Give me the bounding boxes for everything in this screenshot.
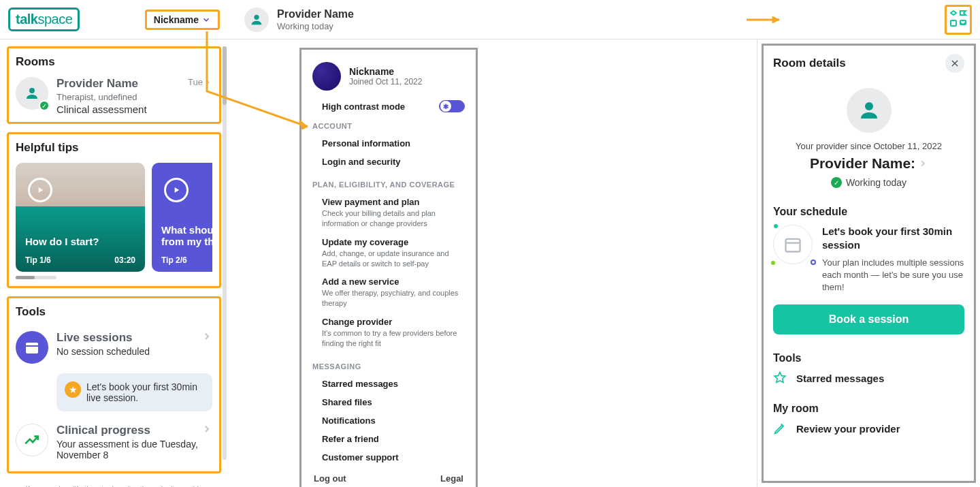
change-provider-item[interactable]: Change providerIt's common to try a few … bbox=[312, 313, 465, 353]
header-provider-name: Provider Name bbox=[277, 8, 354, 20]
login-security-item[interactable]: Login and security bbox=[312, 153, 465, 171]
star-outline-icon bbox=[773, 371, 787, 385]
sidebar: Rooms ✓ Provider Name Therapist, undefin… bbox=[0, 40, 228, 487]
person-icon bbox=[249, 12, 264, 27]
chevron-right-icon bbox=[203, 78, 212, 87]
update-coverage-item[interactable]: Update my coverageAdd, change, or update… bbox=[312, 233, 465, 273]
tip-card[interactable]: What should I expect from my thera... Ti… bbox=[152, 163, 212, 272]
sidebar-scrollbar[interactable] bbox=[223, 46, 227, 460]
person-icon bbox=[857, 98, 881, 123]
tip-card[interactable]: How do I start? Tip 1/6 03:20 bbox=[16, 163, 145, 272]
logout-link[interactable]: Log out bbox=[314, 473, 346, 484]
account-dropdown-panel: Nickname Joined Oct 11, 2022 High contra… bbox=[299, 48, 478, 487]
close-button[interactable] bbox=[945, 54, 964, 73]
pencil-icon bbox=[773, 422, 787, 435]
tips-scroll-indicator bbox=[16, 276, 56, 279]
high-contrast-toggle-row[interactable]: High contrast mode ✱ bbox=[322, 100, 465, 112]
provider-avatar bbox=[244, 7, 269, 32]
view-payment-plan-item[interactable]: View payment and planCheck your billing … bbox=[312, 193, 465, 233]
customer-support-item[interactable]: Customer support bbox=[312, 448, 465, 467]
svg-point-0 bbox=[254, 14, 259, 19]
online-badge: ✓ bbox=[39, 100, 50, 111]
toggle-switch[interactable]: ✱ bbox=[439, 100, 465, 112]
crisis-footer: If you are in a life threatening situati… bbox=[7, 482, 221, 487]
legal-link[interactable]: Legal bbox=[440, 473, 463, 484]
star-icon: ★ bbox=[65, 381, 81, 398]
room-avatar: ✓ bbox=[16, 77, 48, 110]
svg-rect-6 bbox=[786, 239, 800, 252]
starred-messages-item[interactable]: Starred messages bbox=[312, 375, 465, 393]
starred-messages-link[interactable]: Starred messages bbox=[773, 371, 964, 385]
main-area: Nickname Joined Oct 11, 2022 High contra… bbox=[228, 40, 757, 487]
top-bar: talkspace Nickname Provider Name Working… bbox=[0, 0, 980, 40]
chevron-right-icon bbox=[201, 331, 212, 342]
personal-information-item[interactable]: Personal information bbox=[312, 134, 465, 153]
notifications-item[interactable]: Notifications bbox=[312, 411, 465, 430]
header-provider-status: Working today bbox=[277, 21, 354, 31]
tools-section: Tools Live sessions No session scheduled… bbox=[7, 296, 221, 473]
person-icon bbox=[24, 85, 40, 101]
schedule-callout: Let's book your first 30min session Your… bbox=[773, 225, 964, 294]
book-session-button[interactable]: Book a session bbox=[773, 304, 964, 334]
helpful-tips-section: Helpful tips How do I start? Tip 1/6 03:… bbox=[7, 132, 221, 288]
rooms-section: Rooms ✓ Provider Name Therapist, undefin… bbox=[7, 46, 221, 124]
provider-name-link[interactable]: Provider Name: bbox=[773, 155, 964, 172]
provider-avatar-large bbox=[847, 88, 892, 133]
svg-rect-1 bbox=[951, 20, 956, 26]
room-details-panel: Room details Your provider since October… bbox=[757, 40, 980, 487]
play-icon bbox=[164, 178, 189, 202]
tools-title: Tools bbox=[16, 305, 212, 319]
review-provider-link[interactable]: Review your provider bbox=[773, 422, 964, 435]
play-icon bbox=[28, 178, 52, 202]
talkspace-logo: talkspace bbox=[8, 7, 80, 31]
room-details-title: Room details bbox=[773, 57, 846, 70]
book-session-callout[interactable]: ★ Let's book your first 30min live sessi… bbox=[56, 373, 212, 411]
clinical-progress-item[interactable]: Clinical progress Your assessment is due… bbox=[16, 420, 212, 465]
room-details-grid-button[interactable] bbox=[945, 5, 972, 35]
user-avatar bbox=[312, 62, 341, 91]
accessibility-icon: ✱ bbox=[440, 101, 451, 112]
trend-up-icon bbox=[23, 431, 41, 449]
calendar-decorated-icon bbox=[773, 225, 813, 264]
live-sessions-item[interactable]: Live sessions No session scheduled bbox=[16, 327, 212, 368]
tips-title: Helpful tips bbox=[16, 141, 212, 155]
calendar-icon bbox=[24, 339, 40, 356]
provider-status: ✓ Working today bbox=[773, 177, 964, 188]
chevron-down-icon bbox=[201, 15, 211, 25]
room-item[interactable]: ✓ Provider Name Therapist, undefined Cli… bbox=[16, 77, 212, 115]
check-icon: ✓ bbox=[831, 177, 842, 188]
chevron-right-icon bbox=[918, 159, 928, 168]
svg-rect-4 bbox=[26, 343, 38, 354]
refer-friend-item[interactable]: Refer a friend bbox=[312, 430, 465, 448]
add-new-service-item[interactable]: Add a new serviceWe offer therapy, psych… bbox=[312, 272, 465, 313]
svg-point-5 bbox=[865, 102, 873, 110]
calendar-icon bbox=[783, 235, 802, 254]
nickname-dropdown-button[interactable]: Nickname bbox=[145, 10, 220, 30]
chevron-right-icon bbox=[201, 424, 212, 435]
shared-files-item[interactable]: Shared files bbox=[312, 393, 465, 411]
grid-icon bbox=[949, 9, 968, 28]
room-day-label: Tue bbox=[188, 77, 212, 87]
svg-point-3 bbox=[29, 88, 35, 93]
close-icon bbox=[950, 59, 960, 68]
rooms-title: Rooms bbox=[16, 55, 212, 69]
